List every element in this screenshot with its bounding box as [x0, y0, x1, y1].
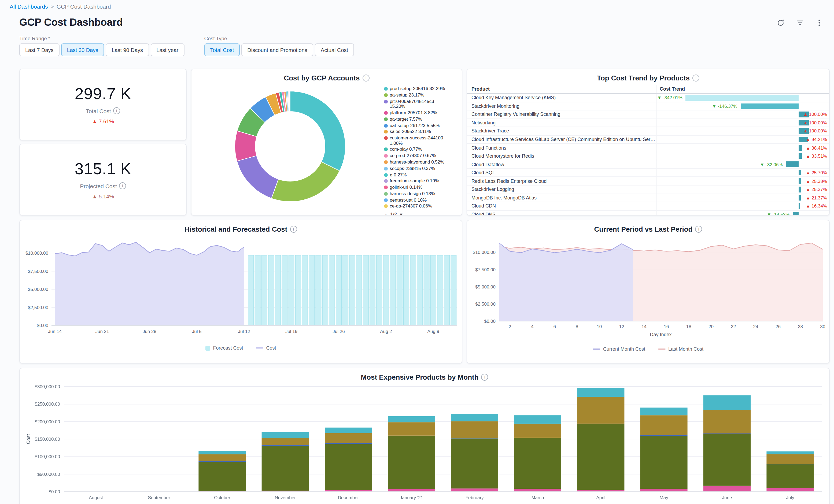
donut-slice-ce-qa-274307[interactable]	[290, 91, 290, 111]
trend-product[interactable]: Stackdriver Monitoring	[467, 104, 656, 109]
forecast-bar[interactable]	[410, 255, 416, 326]
legend-item-current-month-cost[interactable]: Current Month Cost	[593, 346, 645, 352]
trend-product[interactable]: MongoDB Inc. MongoDB Atlas	[467, 195, 656, 200]
legend-item-ce-prod-274307[interactable]: ce-prod-274307 0.67%	[384, 153, 462, 158]
stack-segment-segment-teal-march[interactable]	[514, 415, 561, 423]
info-icon[interactable]: i	[290, 226, 297, 233]
time-range-option-last-year[interactable]: Last year	[150, 43, 184, 56]
stack-segment-segment-teal-january-21[interactable]	[388, 416, 435, 422]
stack-segment-segment-gold-december[interactable]	[325, 433, 372, 443]
trend-product[interactable]: Cloud Infrastructure Services GitLab Ser…	[467, 137, 656, 142]
legend-item-uat-setup-261723[interactable]: uat-setup-261723 5.55%	[384, 123, 462, 128]
legend-page-up[interactable]: ▲	[384, 212, 388, 216]
legend-item-harness-playground[interactable]: harness-playground 0.52%	[384, 160, 462, 165]
stack-segment-segment-pink-july[interactable]	[766, 488, 814, 492]
stack-segment-segment-teal-may[interactable]	[640, 408, 687, 415]
forecast-bar[interactable]	[417, 255, 423, 326]
historical-forecast-chart[interactable]: $0.00$2,500.00$5,000.00$7,500.00$10,000.…	[21, 235, 460, 343]
stack-segment-segment-pink-january-21[interactable]	[388, 489, 435, 492]
forecast-bar[interactable]	[309, 255, 314, 326]
trend-bar[interactable]	[740, 103, 798, 109]
stack-segment-segment-olive-june[interactable]	[703, 434, 751, 485]
forecast-bar[interactable]	[255, 255, 260, 326]
forecast-bar[interactable]	[437, 255, 443, 326]
stack-segment-segment-blue-january-21[interactable]	[388, 436, 435, 436]
info-icon[interactable]: i	[119, 182, 126, 189]
stack-segment-segment-blue-october[interactable]	[198, 461, 246, 462]
stack-segment-segment-blue-february[interactable]	[451, 438, 498, 438]
stack-segment-segment-gold-january-21[interactable]	[388, 422, 435, 436]
forecast-bar[interactable]	[316, 255, 321, 326]
trend-product[interactable]: Cloud Memorystore for Redis	[467, 153, 656, 159]
trend-product[interactable]: Stackdriver Logging	[467, 187, 656, 192]
forecast-bar[interactable]	[349, 255, 355, 326]
info-icon[interactable]: i	[113, 107, 120, 114]
forecast-bar[interactable]	[376, 255, 382, 326]
stack-segment-segment-gold-november[interactable]	[262, 438, 309, 445]
cost-area[interactable]	[55, 242, 244, 326]
legend-item-secops-239815[interactable]: secops-239815 0.37%	[384, 166, 462, 171]
stack-segment-segment-teal-february[interactable]	[451, 414, 498, 421]
cost-type-option-actual-cost[interactable]: Actual Cost	[315, 43, 354, 56]
donut-slice-prod-setup-205416[interactable]	[290, 91, 345, 171]
forecast-bar[interactable]	[383, 255, 389, 326]
current-month-cost-area[interactable]	[499, 243, 633, 321]
stack-segment-segment-olive-december[interactable]	[325, 444, 372, 490]
legend-item-customer-success-244100[interactable]: customer-success-2441001.00%	[384, 136, 462, 146]
stack-segment-segment-olive-july[interactable]	[766, 464, 814, 488]
forecast-bar[interactable]	[329, 255, 335, 326]
forecast-bar[interactable]	[288, 255, 294, 326]
legend-item-pr10406a87045145c3[interactable]: pr10406a87045145c315.20%	[384, 99, 462, 109]
period-comparison-chart[interactable]: $0.00$2,500.00$5,000.00$7,500.00$10,000.…	[469, 235, 828, 344]
info-icon[interactable]: i	[363, 74, 370, 82]
stack-segment-segment-olive-october[interactable]	[198, 462, 246, 491]
trend-bar[interactable]	[793, 212, 798, 216]
stack-segment-segment-olive-january-21[interactable]	[388, 436, 435, 489]
trend-product[interactable]: Container Registry Vulnerability Scannin…	[467, 112, 656, 117]
stack-segment-segment-blue-july[interactable]	[766, 464, 814, 464]
legend-page-down[interactable]: ▼	[399, 212, 403, 216]
monthly-products-chart[interactable]: $0.00$50,000.00$100,000.00$150,000.00$20…	[21, 382, 828, 504]
donut-slice-qa-setup[interactable]	[271, 162, 339, 202]
forecast-bar[interactable]	[248, 255, 254, 326]
stack-segment-segment-blue-may[interactable]	[640, 435, 687, 436]
legend-item-ce-qa-274307[interactable]: ce-qa-274307 0.06%	[384, 204, 462, 209]
trend-bar[interactable]	[798, 153, 802, 159]
time-range-option-last-7-days[interactable]: Last 7 Days	[19, 43, 60, 56]
trend-product[interactable]: Cloud Key Management Service (KMS)	[467, 95, 656, 101]
accounts-donut-chart[interactable]	[192, 82, 384, 211]
forecast-bar[interactable]	[268, 255, 274, 326]
trend-bar[interactable]	[798, 145, 803, 151]
trend-bar[interactable]	[798, 195, 801, 200]
stack-segment-segment-olive-february[interactable]	[451, 438, 498, 488]
forecast-bar[interactable]	[302, 255, 308, 326]
forecast-bar[interactable]	[275, 255, 281, 326]
legend-item-forecast-cost[interactable]: Forecast Cost	[205, 345, 243, 351]
legend-item-prod-setup-205416[interactable]: prod-setup-205416 32.29%	[384, 86, 462, 91]
legend-item-sales-209522[interactable]: sales-209522 3.11%	[384, 130, 462, 135]
stack-segment-segment-gold-may[interactable]	[640, 415, 687, 435]
forecast-bar[interactable]	[282, 255, 287, 326]
forecast-bar[interactable]	[397, 255, 402, 326]
time-range-option-last-90-days[interactable]: Last 90 Days	[106, 43, 149, 56]
legend-item-ccm-play[interactable]: ccm-play 0.77%	[384, 147, 462, 152]
stack-segment-segment-teal-july[interactable]	[766, 452, 814, 454]
legend-item-platform-205701[interactable]: platform-205701 8.82%	[384, 110, 462, 115]
legend-item-pentest-uat[interactable]: pentest-uat 0.10%	[384, 198, 462, 203]
legend-item-golink-url[interactable]: golink-url 0.14%	[384, 185, 462, 190]
forecast-bar[interactable]	[363, 255, 369, 326]
trend-product[interactable]: Stackdriver Trace	[467, 128, 656, 134]
stack-segment-segment-gold-october[interactable]	[198, 454, 246, 461]
donut-slice-pr10406a87045145c3[interactable]	[237, 156, 278, 198]
stack-segment-segment-gold-february[interactable]	[451, 421, 498, 438]
refresh-button[interactable]	[774, 16, 787, 29]
forecast-bar[interactable]	[403, 255, 409, 326]
stack-segment-segment-teal-october[interactable]	[198, 451, 246, 454]
stack-segment-segment-olive-may[interactable]	[640, 436, 687, 489]
stack-segment-segment-blue-march[interactable]	[514, 438, 561, 438]
trend-product[interactable]: Cloud CDN	[467, 203, 656, 209]
time-range-option-last-30-days[interactable]: Last 30 Days	[61, 43, 104, 56]
stack-segment-segment-teal-april[interactable]	[577, 388, 624, 397]
stack-segment-segment-gold-march[interactable]	[514, 424, 561, 438]
forecast-bar[interactable]	[431, 255, 436, 326]
